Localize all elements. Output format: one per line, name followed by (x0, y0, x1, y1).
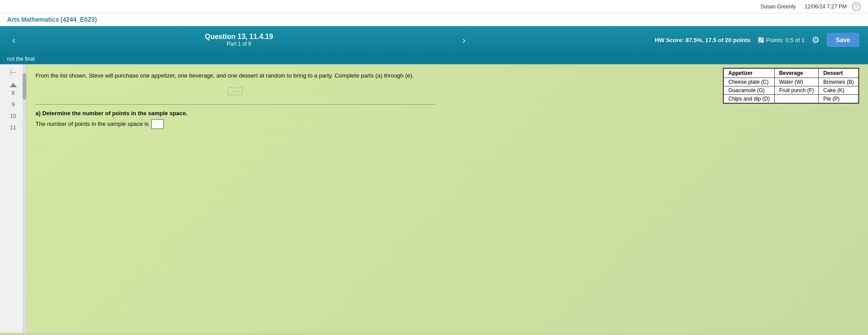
nav-right: HW Score: 87.5%, 17.5 of 20 points 🔄 Poi… (655, 33, 859, 47)
course-title-bar: Arts Mathematics (4244_E0Z3) (0, 13, 868, 26)
problem-text: From the list shown, Steve will purchase… (36, 71, 524, 80)
question-info: Question 13, 11.4.19 Part 1 of 6 (205, 33, 273, 47)
table-cell: Cake (K) (819, 86, 859, 95)
points-value: 0.5 of 1 (785, 37, 805, 43)
next-question-button[interactable]: › (459, 33, 469, 47)
top-bar: Susan Greenly 12/06/24 7:27 PM ? (0, 0, 868, 13)
points-info: 🔄 Points: 0.5 of 1 (758, 37, 805, 43)
table-cell: Cheese plate (C) (724, 78, 774, 86)
part-a-answer-row: The number of points in the sample space… (36, 119, 859, 129)
question-title: Question 13, 11.4.19 (205, 33, 273, 41)
table-cell: Pie (P) (819, 95, 859, 103)
connector-dots: · · · (228, 87, 242, 95)
answer-prefix: The number of points in the sample space… (36, 121, 149, 127)
settings-button[interactable]: ⚙ (812, 35, 820, 45)
points-label: 🔄 (758, 37, 766, 43)
table-cell: Guacamole (G) (724, 86, 774, 95)
hw-score-label: HW Score: (655, 37, 684, 43)
hw-score-value: 87.5%, 17.5 of 20 points (686, 37, 750, 43)
table-header-dessert: Dessert (819, 69, 859, 78)
menu-table: Appetizer Beverage Dessert Cheese plate … (723, 68, 859, 104)
table-header-beverage: Beverage (774, 69, 819, 78)
sidebar-scrollbar[interactable] (23, 64, 26, 333)
nav-left: ‹ (9, 33, 19, 47)
sidebar-num-8: 8 (10, 89, 16, 97)
question-nav-bar: ‹ Question 13, 11.4.19 Part 1 of 6 › HW … (0, 26, 868, 54)
answer-input[interactable] (151, 119, 164, 129)
hw-score: HW Score: 87.5%, 17.5 of 20 points (655, 37, 750, 43)
prev-question-button[interactable]: ‹ (9, 33, 19, 47)
not-final-label: not the final (7, 56, 35, 62)
triangle-icon (10, 83, 17, 87)
table-cell: Fruit punch (F) (774, 86, 819, 95)
content-area: Appetizer Beverage Dessert Cheese plate … (27, 64, 868, 333)
help-icon[interactable]: ? (852, 2, 861, 11)
not-final-bar: not the final (0, 54, 868, 64)
part-a-label: a) Determine the number of points in the… (36, 110, 859, 117)
sidebar-scroll-thumb (23, 73, 26, 100)
table-row: Cheese plate (C) Water (W) Brownies (B) (724, 78, 859, 86)
table-row: Chips and dip (D) Pie (P) (724, 95, 859, 103)
table-cell: Water (W) (774, 78, 819, 86)
sidebar-num-11: 11 (10, 124, 16, 132)
table-cell: Chips and dip (D) (724, 95, 774, 103)
sidebar-numbers: 8 9 10 11 (10, 89, 16, 132)
sidebar: ⊢ 8 9 10 11 (0, 64, 27, 333)
user-name: Susan Greenly (761, 4, 796, 10)
main-layout: ⊢ 8 9 10 11 Appetizer Beverage Dessert (0, 64, 868, 333)
sidebar-num-10: 10 (10, 112, 16, 120)
course-title: Arts Mathematics (4244_E0Z3) (7, 16, 97, 23)
table-row: Guacamole (G) Fruit punch (F) Cake (K) (724, 86, 859, 95)
question-subtitle: Part 1 of 6 (205, 41, 273, 47)
datetime: 12/06/24 7:27 PM (805, 4, 847, 10)
sidebar-num-9: 9 (10, 101, 16, 109)
table-header-appetizer: Appetizer (724, 69, 774, 78)
table-cell (774, 95, 819, 103)
save-button[interactable]: Save (827, 33, 859, 47)
section-divider (36, 104, 435, 105)
points-label-text: Points: (766, 37, 784, 43)
table-cell: Brownies (B) (819, 78, 859, 86)
back-icon[interactable]: ⊢ (10, 68, 17, 78)
